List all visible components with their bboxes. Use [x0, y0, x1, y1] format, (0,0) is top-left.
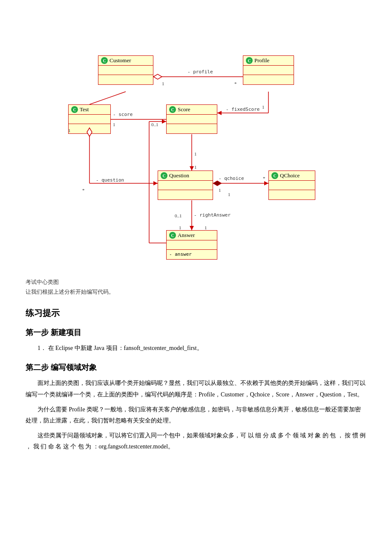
step2-para2: 为什么需要 Profile 类呢？一般地，我们应将有关客户的敏感信息，如密码，与…	[26, 404, 366, 427]
svg-text:1: 1	[179, 225, 182, 230]
svg-text:1: 1	[262, 104, 265, 110]
test-icon: C	[71, 106, 78, 113]
question-body1	[158, 181, 213, 190]
svg-text:*: *	[82, 188, 85, 193]
step1-item-number: 1．	[37, 345, 46, 351]
customer-body2	[98, 75, 153, 84]
answer-icon: C	[169, 232, 176, 239]
svg-marker-18	[190, 166, 194, 171]
svg-marker-34	[190, 226, 194, 230]
test-body1	[69, 115, 110, 124]
answer-body2: - answer	[167, 250, 217, 259]
question-body2	[158, 190, 213, 199]
svg-text:- question: - question	[96, 177, 124, 183]
customer-label: Customer	[110, 57, 131, 64]
svg-text:0..1: 0..1	[151, 122, 159, 127]
score-class: C Score	[166, 104, 217, 134]
svg-text:- rightAnswer: - rightAnswer	[194, 212, 231, 218]
svg-marker-27	[213, 181, 222, 186]
answer-body1	[167, 240, 217, 250]
caption-line2: 让我们根据上述分析开始编写代码。	[26, 287, 366, 297]
svg-marker-28	[264, 181, 268, 185]
score-icon: C	[169, 106, 176, 113]
svg-text:*: *	[234, 81, 237, 86]
test-class: C Test	[68, 104, 111, 134]
svg-marker-42	[162, 119, 166, 124]
diagram-caption: 考试中心类图 让我们根据上述分析开始编写代码。	[26, 277, 366, 297]
step2-para1: 面对上面的类图，我们应该从哪个类开始编码呢？显然，我们可以从最独立、不依赖于其他…	[26, 378, 366, 400]
question-label: Question	[169, 172, 189, 179]
profile-icon: C	[246, 57, 253, 64]
svg-text:- profile: - profile	[187, 69, 213, 75]
answer-class: C Answer - answer	[166, 230, 217, 260]
svg-text:0..1: 0..1	[175, 213, 182, 218]
test-label: Test	[80, 106, 89, 113]
qchoice-label: QChoice	[280, 172, 300, 179]
svg-text:1: 1	[162, 81, 164, 86]
svg-text:*: *	[263, 176, 265, 181]
score-label: Score	[178, 106, 190, 113]
svg-text:1: 1	[194, 165, 197, 170]
svg-marker-1	[153, 74, 162, 79]
qchoice-body1	[269, 181, 315, 190]
qchoice-icon: C	[271, 172, 278, 179]
svg-text:- qchoice: - qchoice	[219, 176, 244, 181]
customer-body1	[98, 66, 153, 75]
customer-icon: C	[101, 57, 108, 64]
svg-text:1: 1	[205, 225, 207, 230]
score-body1	[167, 115, 217, 124]
profile-body1	[243, 66, 294, 75]
step1-item-text: 在 Eclipse 中新建 Java 项目：fansoft_testcenter…	[48, 345, 203, 351]
svg-marker-14	[153, 181, 158, 185]
profile-body2	[243, 75, 294, 84]
profile-label: Profile	[254, 57, 269, 64]
svg-line-5	[89, 92, 126, 104]
practice-hint-title: 练习提示	[26, 307, 366, 319]
profile-class: C Profile	[243, 55, 294, 85]
step2-title: 第二步 编写领域对象	[26, 362, 366, 373]
svg-marker-23	[217, 111, 222, 115]
answer-label: Answer	[178, 232, 195, 239]
svg-text:1: 1	[113, 122, 115, 127]
qchoice-body2	[269, 190, 315, 199]
customer-class: C Customer	[98, 55, 153, 85]
test-body2	[69, 124, 110, 133]
step1-title: 第一步 新建项目	[26, 327, 366, 338]
svg-text:- fixedScore: - fixedScore	[226, 107, 259, 112]
uml-diagram: C Customer C Profile C Test C Score	[26, 17, 366, 273]
svg-text:1: 1	[194, 151, 197, 156]
svg-text:- score: - score	[113, 112, 133, 117]
step1-item1: 1． 在 Eclipse 中新建 Java 项目：fansoft_testcen…	[37, 343, 366, 354]
svg-text:1: 1	[219, 188, 221, 193]
question-icon: C	[161, 172, 167, 179]
svg-text:1: 1	[228, 192, 231, 197]
score-body2	[167, 124, 217, 133]
qchoice-class: C QChoice	[268, 171, 315, 200]
step2-para3: 这些类属于问题领域对象，可以将它们置入同一个包中，如果领域对象众多，可 以 细 …	[26, 430, 366, 453]
caption-line1: 考试中心类图	[26, 277, 366, 287]
question-class: C Question	[158, 171, 213, 200]
